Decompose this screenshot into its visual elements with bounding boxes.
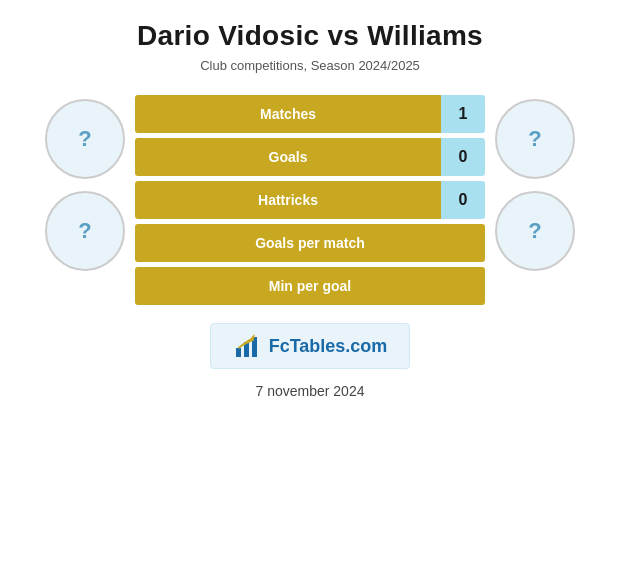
stat-row-matches: Matches 1: [135, 95, 485, 133]
avatar-right-top: ?: [495, 99, 575, 179]
logo-box: FcTables.com: [210, 323, 411, 369]
avatar-right-bottom: ?: [495, 191, 575, 271]
logo-text: FcTables.com: [269, 336, 388, 357]
svg-rect-1: [236, 348, 241, 357]
page-subtitle: Club competitions, Season 2024/2025: [200, 58, 420, 73]
stat-value-hattricks: 0: [441, 181, 485, 219]
right-avatars: ? ?: [495, 99, 575, 271]
fctables-icon: [233, 332, 261, 360]
stat-label-matches: Matches: [135, 95, 441, 133]
stat-label-goals-per-match: Goals per match: [135, 224, 485, 262]
date-text: 7 november 2024: [256, 383, 365, 399]
comparison-area: ? ? Matches 1 Goals 0 Hattricks 0: [20, 95, 600, 305]
left-avatars: ? ?: [45, 99, 125, 271]
stats-center: Matches 1 Goals 0 Hattricks 0 Goals per …: [135, 95, 485, 305]
stat-row-hattricks: Hattricks 0: [135, 181, 485, 219]
stat-label-hattricks: Hattricks: [135, 181, 441, 219]
stat-row-min-per-goal: Min per goal: [135, 267, 485, 305]
page-title: Dario Vidosic vs Williams: [137, 20, 483, 52]
stat-value-matches: 1: [441, 95, 485, 133]
stat-value-goals: 0: [441, 138, 485, 176]
stat-row-goals-per-match: Goals per match: [135, 224, 485, 262]
logo-area: FcTables.com: [210, 323, 411, 369]
stat-label-min-per-goal: Min per goal: [135, 267, 485, 305]
stat-label-goals: Goals: [135, 138, 441, 176]
avatar-left-bottom: ?: [45, 191, 125, 271]
stat-row-goals: Goals 0: [135, 138, 485, 176]
avatar-left-top: ?: [45, 99, 125, 179]
